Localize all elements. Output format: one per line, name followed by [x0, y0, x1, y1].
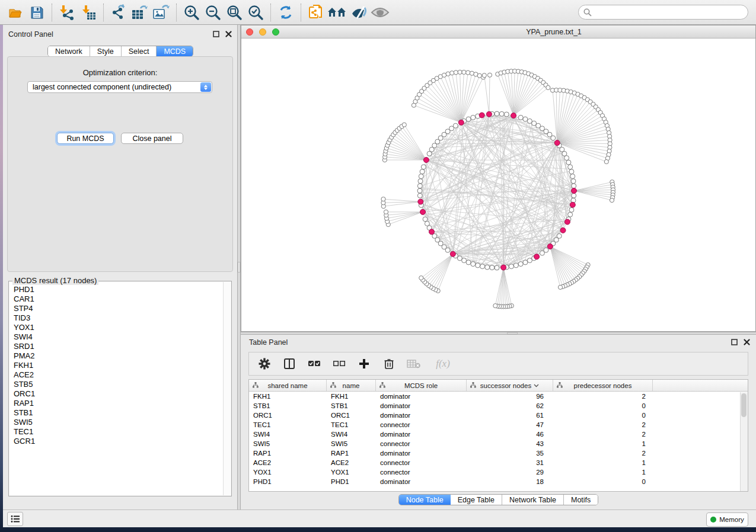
table-row[interactable]: PHD1PHD1dominator180 [249, 477, 748, 486]
cell-name: STB1 [327, 401, 376, 411]
float-panel-icon[interactable] [213, 31, 219, 37]
toolbar-separator [176, 4, 177, 21]
mcds-result-item[interactable]: CAR1 [14, 294, 222, 304]
zoom-selected-button[interactable] [245, 2, 266, 23]
attribute-icon [379, 382, 385, 388]
float-panel-icon[interactable] [731, 339, 738, 345]
column-label: predecessor nodes [574, 382, 632, 389]
clone-network-button[interactable] [305, 2, 327, 23]
column-header-successor-nodes[interactable]: successor nodes [467, 380, 553, 391]
run-mcds-button[interactable]: Run MCDS [57, 133, 114, 144]
add-column-button[interactable] [356, 355, 372, 372]
mcds-result-item[interactable]: SWI5 [14, 418, 222, 427]
optimization-select[interactable]: largest connected component (undirected) [27, 81, 212, 93]
table-scrollbar[interactable] [740, 392, 748, 491]
close-panel-icon[interactable] [744, 339, 750, 345]
tab-select[interactable]: Select [122, 46, 157, 56]
import-network-button[interactable] [56, 2, 78, 23]
column-header-MCDS-role[interactable]: MCDS role [376, 380, 467, 391]
mcds-result-item[interactable]: TEC1 [14, 427, 222, 437]
table-row[interactable]: RAP1RAP1dominator352 [249, 448, 748, 458]
mcds-result-item[interactable]: PMA2 [14, 351, 222, 361]
table-row[interactable]: SWI5SWI5connector431 [249, 439, 748, 448]
select-all-button[interactable] [306, 355, 323, 372]
function-builder-button[interactable]: f(x) [430, 355, 455, 372]
plus-icon [358, 358, 370, 370]
mcds-result-item[interactable]: YOX1 [14, 323, 222, 332]
network-graph[interactable] [241, 39, 755, 331]
tab-style[interactable]: Style [90, 46, 122, 56]
mcds-result-item[interactable]: ORC1 [14, 389, 222, 399]
table-row[interactable]: FKH1FKH1dominator962 [249, 392, 748, 401]
table-row[interactable]: ORC1ORC1dominator610 [249, 411, 748, 420]
mcds-result-item[interactable]: SWI4 [14, 332, 222, 342]
table-row[interactable]: TEC1TEC1connector472 [249, 420, 748, 430]
column-header-predecessor-nodes[interactable]: predecessor nodes [553, 380, 653, 391]
minimize-window-icon[interactable] [259, 28, 266, 36]
memory-button[interactable]: Memory [706, 512, 748, 527]
export-image-button[interactable] [151, 2, 172, 23]
search-input[interactable] [595, 7, 737, 18]
network-home-button[interactable] [327, 2, 348, 23]
delete-table-button[interactable] [406, 355, 422, 372]
mcds-result-item[interactable]: RAP1 [14, 399, 222, 408]
show-columns-button[interactable] [281, 355, 298, 372]
tab-network[interactable]: Network [48, 46, 90, 56]
task-history-button[interactable] [7, 512, 23, 526]
attribute-icon [253, 382, 259, 388]
mcds-result-item[interactable]: GCR1 [14, 437, 222, 446]
mcds-result-item[interactable]: ACE2 [14, 370, 222, 380]
table-settings-button[interactable] [256, 355, 273, 372]
network-canvas[interactable] [241, 39, 755, 331]
table-row[interactable]: SWI4SWI4dominator462 [249, 430, 748, 439]
zoom-in-icon [183, 4, 200, 21]
zoom-selected-icon [247, 4, 264, 21]
tab-mcds[interactable]: MCDS [157, 46, 193, 56]
mcds-result-item[interactable]: FKH1 [14, 361, 222, 370]
mcds-result-item[interactable]: SRD1 [14, 342, 222, 351]
splitter-grip[interactable] [238, 262, 240, 273]
show-panel-button[interactable] [369, 2, 391, 23]
splitter-grip[interactable] [507, 332, 518, 334]
tab-network-table[interactable]: Network Table [502, 495, 564, 505]
mcds-list-scrollbar[interactable] [223, 282, 231, 495]
import-table-button[interactable] [78, 2, 99, 23]
column-header-name[interactable]: name [327, 380, 376, 391]
deselect-all-button[interactable] [331, 355, 347, 372]
close-window-icon[interactable] [246, 28, 253, 36]
close-panel-icon[interactable] [225, 31, 232, 37]
zoom-in-button[interactable] [181, 2, 202, 23]
attribute-icon [330, 382, 336, 388]
close-panel-button[interactable]: Close panel [121, 133, 183, 144]
delete-column-button[interactable] [381, 355, 397, 372]
save-button[interactable] [26, 2, 47, 23]
hide-panel-button[interactable] [348, 2, 369, 23]
attribute-icon [470, 382, 476, 388]
export-network-button[interactable] [108, 2, 129, 23]
tab-edge-table[interactable]: Edge Table [451, 495, 502, 505]
scrollbar-thumb[interactable] [741, 393, 747, 417]
table-row[interactable]: ACE2ACE2connector311 [249, 458, 748, 467]
mcds-result-item[interactable]: STP4 [14, 304, 222, 313]
mcds-result-item[interactable]: STB5 [14, 380, 222, 389]
cell-name: RAP1 [327, 448, 376, 458]
table-row[interactable]: YOX1YOX1connector291 [249, 467, 748, 477]
column-header-shared-name[interactable]: shared name [249, 380, 327, 391]
zoom-out-button[interactable] [202, 2, 224, 23]
memory-label: Memory [719, 516, 744, 523]
tab-motifs[interactable]: Motifs [564, 495, 598, 505]
open-file-button[interactable] [5, 2, 26, 23]
mcds-result-item[interactable]: PHD1 [14, 285, 222, 294]
refresh-button[interactable] [275, 2, 296, 23]
mcds-result-item[interactable]: TID3 [14, 313, 222, 323]
export-table-button[interactable] [129, 2, 151, 23]
maximize-window-icon[interactable] [272, 28, 279, 36]
network-titlebar[interactable]: YPA_prune.txt_1 [241, 25, 755, 39]
zoom-fit-button[interactable] [224, 2, 245, 23]
toolbar-separator [52, 4, 52, 21]
cell-predecessor_nodes: 2 [553, 420, 653, 430]
mcds-result-item[interactable]: STB1 [14, 408, 222, 418]
tab-node-table[interactable]: Node Table [399, 495, 451, 505]
cell-name: ACE2 [327, 458, 376, 467]
table-row[interactable]: STB1STB1dominator620 [249, 401, 748, 411]
